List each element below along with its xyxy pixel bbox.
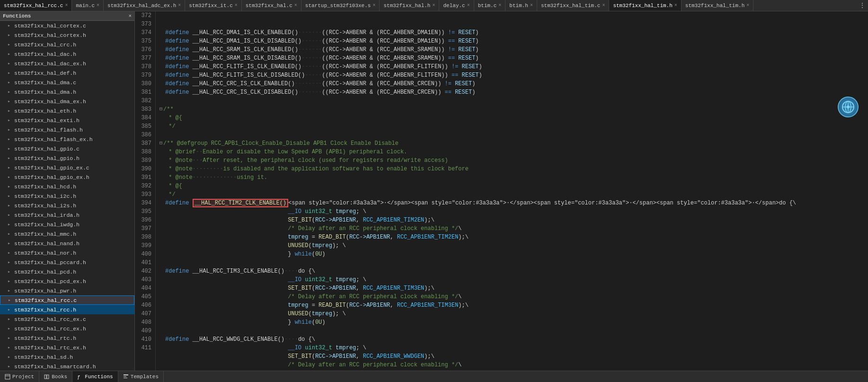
file-label: stm32f1xx_hal_gpio_ex.h <box>14 174 89 180</box>
tree-item[interactable]: ▸stm32f1xx_hal_crc.h <box>0 40 134 49</box>
bottom-tab-functions[interactable]: ƒ Functions <box>72 371 118 382</box>
collapse-icon[interactable]: ⊟ <box>159 105 162 114</box>
code-line: ⊟/** @defgroup RCC_APB1_Clock_Enable_Dis… <box>159 139 868 148</box>
tab-close-icon[interactable]: × <box>432 3 435 8</box>
file-label: stm32f1xx_hal_dma.h <box>14 89 76 95</box>
collapse-icon[interactable]: ⊟ <box>159 139 162 148</box>
sidebar-header-icons: × <box>128 13 132 19</box>
tree-item[interactable]: ▸stm32f1xx_hal_hcd.h <box>0 182 134 191</box>
tab-close-icon[interactable]: × <box>97 3 99 8</box>
tree-item[interactable]: ▸stm32f1xx_hal_irda.h <box>0 210 134 220</box>
tree-item[interactable]: ▸stm32f1xx_hal_dma.h <box>0 87 134 97</box>
line-number: 393 <box>135 190 151 199</box>
line-number: 403 <box>135 275 151 284</box>
tab-close-icon[interactable]: × <box>674 3 677 8</box>
code-content[interactable]: #define __HAL_RCC_DMA1_IS_CLK_ENABLED()·… <box>156 11 868 371</box>
tree-item[interactable]: ▸stm32f1xx_hal_rcc_ex.h <box>0 324 134 333</box>
tree-item[interactable]: ▸stm32f1xx_hal_gpio.h <box>0 153 134 163</box>
tree-item[interactable]: ▸stm32f1xx_hal_dma.c <box>0 78 134 87</box>
code-line: UNUSED(tmpreg); \ <box>159 241 868 250</box>
tab-close-icon[interactable]: × <box>178 3 181 8</box>
tree-item[interactable]: ▸stm32f1xx_hal_rtc_ex.h <box>0 343 134 352</box>
tree-item[interactable]: ▸stm32f1xx_hal_mmc.h <box>0 229 134 239</box>
expand-icon: ▸ <box>8 165 13 170</box>
tab-overflow-icon[interactable]: ⋮ <box>859 2 865 9</box>
expand-icon: ▸ <box>8 259 13 265</box>
sidebar-close-icon[interactable]: × <box>128 13 132 19</box>
code-line: * @{ <box>159 114 868 122</box>
line-number: 392 <box>135 182 151 190</box>
tree-item[interactable]: ▸stm32f1xx_hal_def.h <box>0 68 134 78</box>
bottom-tab-books[interactable]: Books <box>39 371 72 382</box>
tab-close-icon[interactable]: × <box>530 3 533 8</box>
file-label: stm32f1xx_hal_mmc.h <box>14 231 76 237</box>
tab-close-icon[interactable]: × <box>294 3 297 8</box>
code-line: #define __HAL_RCC_SRAM_IS_CLK_ENABLED()·… <box>159 45 868 54</box>
tree-item[interactable]: ▸stm32f1xx_hal_pcd_ex.h <box>0 276 134 286</box>
tree-item[interactable]: ▸stm32f1xx_hal_flash_ex.h <box>0 134 134 144</box>
tree-item[interactable]: ▸stm32f1xx_hal_pccard.h <box>0 258 134 267</box>
file-label: stm32f1xx_hal_dac_ex.h <box>14 61 86 67</box>
tab-close-icon[interactable]: × <box>235 3 238 8</box>
bottom-tab-templates[interactable]: Templates <box>118 371 164 382</box>
tab-main_c[interactable]: main.c × <box>72 0 104 11</box>
tab-stm32f1xx_hal_tim_c[interactable]: stm32f1xx_hal_tim.c × <box>537 0 609 11</box>
tree-item[interactable]: ▸stm32f1xx_hal_cortex.h <box>0 30 134 40</box>
tab-stm32f1xx_hal_tim_h1[interactable]: stm32f1xx_hal_tim.h × <box>609 0 681 11</box>
expand-icon: ▸ <box>8 364 13 369</box>
tree-item[interactable]: ▸stm32f1xx_hal_rtc.h <box>0 333 134 343</box>
file-label: stm32f1xx_hal_gpio.h <box>14 155 80 161</box>
tab-btim_c[interactable]: btim.c × <box>474 0 506 11</box>
tree-item[interactable]: ▸stm32f1xx_hal_dac.h <box>0 49 134 59</box>
tab-stm32f1xx_hal_rcc_c[interactable]: stm32f1xx_hal_rcc.c × <box>0 0 72 11</box>
tab-delay_c[interactable]: delay.c × <box>439 0 474 11</box>
tab-btim_h[interactable]: btim.h × <box>505 0 537 11</box>
tree-item[interactable]: ▸stm32f1xx_hal_iwdg.h <box>0 220 134 229</box>
tab-close-icon[interactable]: × <box>746 3 749 8</box>
tree-item[interactable]: ▸stm32f1xx_hal_pwr.h <box>0 286 134 295</box>
tree-item[interactable]: ▸stm32f1xx_hal_exti.h <box>0 115 134 125</box>
file-label: stm32f1xx_hal_flash_ex.h <box>14 136 93 142</box>
tree-item[interactable]: ▸stm32f1xx_hal_nor.h <box>0 248 134 258</box>
books-icon <box>44 374 50 380</box>
tree-item[interactable]: ▸stm32f1xx_hal_smartcard.h <box>0 362 134 371</box>
tab-stm32f1xx_hal_tim_h2[interactable]: stm32f1xx_hal_tim.h × <box>682 0 753 11</box>
tab-stm32f1xx_hal_h[interactable]: stm32f1xx_hal.h × <box>380 0 439 11</box>
line-number: 375 <box>135 37 151 45</box>
bottom-tab-project[interactable]: Project <box>0 371 39 382</box>
tab-close-icon[interactable]: × <box>467 3 470 8</box>
tree-item[interactable]: ▸stm32f1xx_hal_rcc_ex.c <box>0 314 134 324</box>
tree-item[interactable]: ▸stm32f1xx_hal_dac_ex.h <box>0 59 134 68</box>
code-text: /* Delay after an RCC peripheral clock e… <box>165 293 462 301</box>
tab-close-icon[interactable]: × <box>65 3 68 8</box>
tree-item[interactable]: ▸stm32f1xx_hal_eth.h <box>0 106 134 115</box>
tree-item[interactable]: ▸stm32f1xx_hal_gpio_ex.c <box>0 163 134 172</box>
line-number: 384 <box>135 114 151 122</box>
line-number: 411 <box>135 344 151 352</box>
expand-icon: ▸ <box>8 174 13 180</box>
tab-close-icon[interactable]: × <box>602 3 605 8</box>
tree-item[interactable]: ▸stm32f1xx_hal_i2s.h <box>0 201 134 210</box>
svg-rect-8 <box>47 375 49 379</box>
tab-startup[interactable]: startup_stm32f103xe.s × <box>301 0 380 11</box>
tree-item[interactable]: ▸stm32f1xx_hal_i2c.h <box>0 191 134 201</box>
tree-item[interactable]: ▸stm32f1xx_hal_cortex.c <box>0 21 134 30</box>
expand-icon: ▸ <box>8 231 13 237</box>
tree-item[interactable]: ▸stm32f1xx_hal_pcd.h <box>0 267 134 276</box>
line-number: 387 <box>135 139 151 148</box>
tree-item[interactable]: ▸stm32f1xx_hal_dma_ex.h <box>0 97 134 106</box>
tab-stm32f1xx_it_c[interactable]: stm32f1xx_it.c × <box>185 0 241 11</box>
tab-close-icon[interactable]: × <box>372 3 375 8</box>
tree-item[interactable]: ▸stm32f1xx_hal_flash.h <box>0 125 134 134</box>
tree-item[interactable]: ▸stm32f1xx_hal_gpio.c <box>0 144 134 153</box>
expand-icon: ▸ <box>8 127 13 133</box>
tree-item[interactable]: ▸stm32f1xx_hal_nand.h <box>0 239 134 248</box>
tree-item[interactable]: ▸stm32f1xx_hal_sd.h <box>0 352 134 362</box>
tree-item[interactable]: ▸stm32f1xx_hal_gpio_ex.h <box>0 172 134 182</box>
tree-item[interactable]: ▸stm32f1xx_hal_rcc.h <box>0 305 134 314</box>
expand-icon: ▸ <box>8 250 13 256</box>
tab-stm32f1xx_hal_c[interactable]: stm32f1xx_hal.c × <box>242 0 301 11</box>
tab-stm32f1xx_hal_adc_ex_h[interactable]: stm32f1xx_hal_adc_ex.h × <box>104 0 185 11</box>
tab-close-icon[interactable]: × <box>498 3 501 8</box>
tree-item[interactable]: ▸stm32f1xx_hal_rcc.c <box>0 295 134 305</box>
